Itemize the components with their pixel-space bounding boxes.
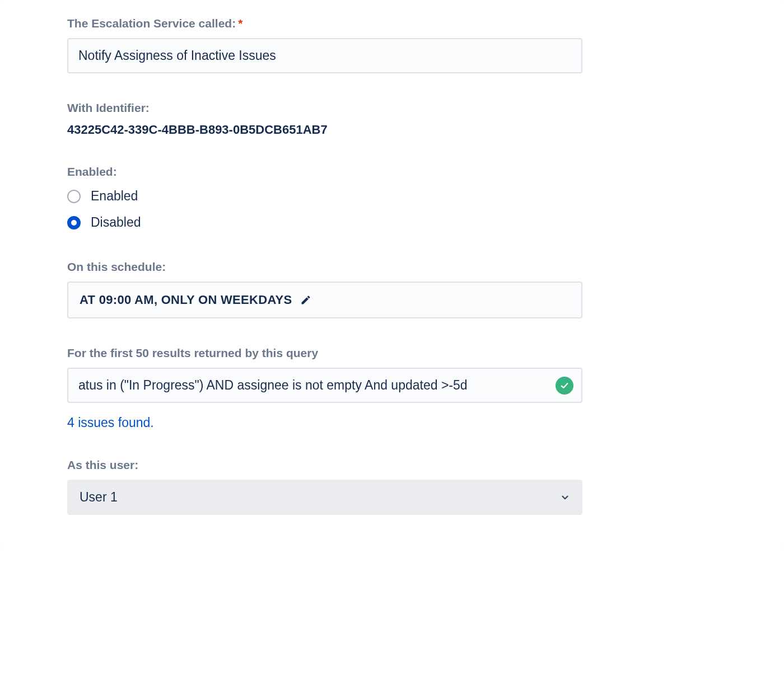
escalation-service-form: The Escalation Service called: * With Id… bbox=[0, 0, 784, 548]
enabled-label: Enabled: bbox=[67, 165, 717, 179]
user-select-value: User 1 bbox=[80, 490, 118, 505]
radio-circle-icon bbox=[67, 190, 81, 203]
query-input[interactable] bbox=[68, 369, 556, 402]
identifier-label: With Identifier: bbox=[67, 101, 717, 115]
enabled-radio-disabled-label: Disabled bbox=[91, 215, 141, 230]
identifier-group: With Identifier: 43225C42-339C-4BBB-B893… bbox=[67, 101, 717, 137]
schedule-group: On this schedule: AT 09:00 AM, ONLY ON W… bbox=[67, 260, 717, 318]
query-row bbox=[67, 368, 582, 403]
schedule-box[interactable]: AT 09:00 AM, ONLY ON WEEKDAYS bbox=[67, 282, 582, 318]
radio-circle-selected-icon bbox=[67, 216, 81, 229]
user-select[interactable]: User 1 bbox=[67, 480, 582, 515]
issues-found-link[interactable]: 4 issues found. bbox=[67, 415, 717, 430]
schedule-value: AT 09:00 AM, ONLY ON WEEKDAYS bbox=[80, 293, 292, 307]
schedule-label: On this schedule: bbox=[67, 260, 717, 274]
enabled-radio-enabled[interactable]: Enabled bbox=[67, 186, 717, 206]
chevron-down-icon bbox=[560, 493, 570, 503]
required-asterisk: * bbox=[238, 17, 242, 30]
enabled-radio-group: Enabled Disabled bbox=[67, 186, 717, 232]
query-valid-icon bbox=[556, 377, 573, 395]
pencil-icon bbox=[300, 294, 311, 306]
identifier-value: 43225C42-339C-4BBB-B893-0B5DCB651AB7 bbox=[67, 123, 717, 137]
user-group: As this user: User 1 bbox=[67, 458, 717, 515]
enabled-group: Enabled: Enabled Disabled bbox=[67, 165, 717, 232]
enabled-radio-disabled[interactable]: Disabled bbox=[67, 213, 717, 232]
service-name-label: The Escalation Service called: * bbox=[67, 17, 717, 30]
service-name-input[interactable] bbox=[67, 38, 582, 73]
service-name-group: The Escalation Service called: * bbox=[67, 17, 717, 73]
user-label: As this user: bbox=[67, 458, 717, 472]
query-label: For the first 50 results returned by thi… bbox=[67, 346, 717, 360]
enabled-radio-enabled-label: Enabled bbox=[91, 189, 138, 204]
query-group: For the first 50 results returned by thi… bbox=[67, 346, 717, 430]
